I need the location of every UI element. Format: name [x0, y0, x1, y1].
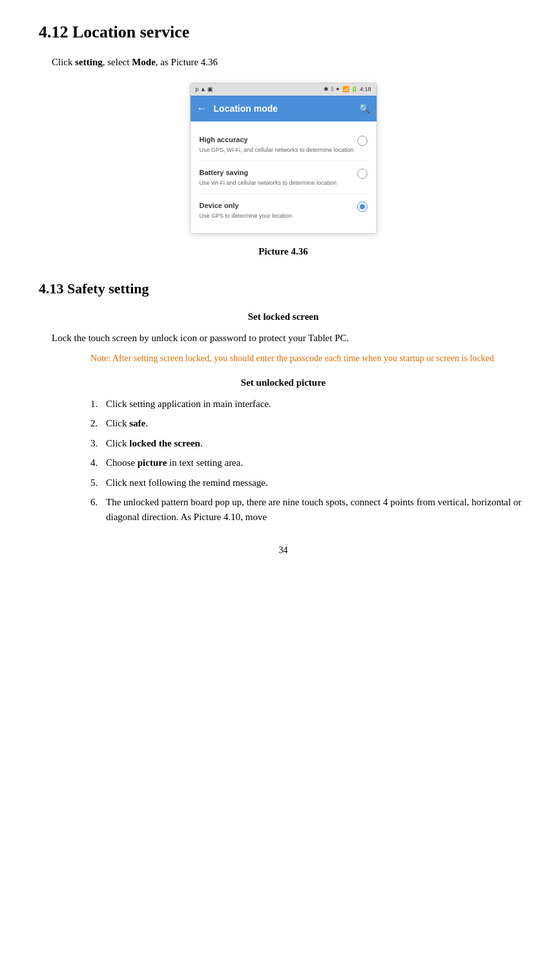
intro-bold1: setting	[75, 57, 103, 67]
status-bar-left: p ▲ ▣	[196, 85, 214, 94]
location-option-high-accuracy[interactable]: High accuracy Use GPS, Wi-Fi, and cellul…	[200, 128, 368, 161]
option-name-device-only: Device only	[200, 200, 357, 211]
list-content-3: Click locked the screen.	[106, 436, 528, 451]
phone-mockup-wrapper: p ▲ ▣ ✱ ᛒ ✦ 📶 🔋 4:18 ← Location mode 🔍 H…	[39, 83, 528, 234]
option-name-battery-saving: Battery saving	[200, 167, 357, 178]
page-number: 34	[39, 543, 528, 557]
bold-picture: picture	[138, 457, 167, 468]
radio-device-only[interactable]	[357, 202, 368, 212]
intro-text-mid: , select	[103, 57, 132, 67]
option-text-device-only: Device only Use GPS to determine your lo…	[200, 200, 357, 220]
phone-status-bar: p ▲ ▣ ✱ ᛒ ✦ 📶 🔋 4:18	[191, 83, 377, 96]
bold-safe: safe	[129, 418, 145, 428]
list-item-6: 6. The unlocked pattern board pop up, th…	[90, 495, 528, 524]
picture-caption: Picture 4.36	[39, 244, 528, 259]
note-text: Note: After setting screen locked, you s…	[90, 351, 528, 365]
option-desc-high-accuracy: Use GPS, Wi-Fi, and cellular networks to…	[200, 147, 357, 154]
list-num-3: 3.	[90, 436, 106, 451]
search-icon[interactable]: 🔍	[359, 102, 370, 116]
phone-toolbar: ← Location mode 🔍	[191, 96, 377, 121]
section-412-title: 4.12 Location service	[39, 19, 528, 45]
phone-mockup: p ▲ ▣ ✱ ᛒ ✦ 📶 🔋 4:18 ← Location mode 🔍 H…	[190, 83, 377, 234]
list-num-1: 1.	[90, 397, 106, 412]
option-text-high-accuracy: High accuracy Use GPS, Wi-Fi, and cellul…	[200, 134, 357, 154]
subsection-set-unlocked: Set unlocked picture	[39, 375, 528, 390]
option-name-high-accuracy: High accuracy	[200, 134, 357, 145]
option-text-battery-saving: Battery saving Use Wi-Fi and cellular ne…	[200, 167, 357, 187]
status-bar-right: ✱ ᛒ ✦ 📶 🔋 4:18	[324, 85, 371, 94]
list-item-4: 4. Choose picture in text setting area.	[90, 456, 528, 470]
option-desc-battery-saving: Use Wi-Fi and cellular networks to deter…	[200, 180, 357, 187]
list-content-2: Click safe.	[106, 416, 528, 431]
intro-paragraph: Click setting, select Mode, as Picture 4…	[52, 55, 528, 70]
status-icons: ✱ ᛒ ✦ 📶 🔋 4:18	[324, 85, 371, 94]
radio-battery-saving[interactable]	[357, 169, 368, 179]
list-item-2: 2. Click safe.	[90, 416, 528, 431]
list-num-4: 4.	[90, 456, 106, 470]
subsection-set-locked: Set locked screen	[39, 309, 528, 324]
intro-bold2: Mode	[132, 57, 156, 67]
intro-text-end: , as Picture 4.36	[156, 57, 218, 67]
section-413-title: 4.13 Safety setting	[39, 278, 528, 299]
bold-locked-screen: locked the screen	[129, 438, 200, 448]
instructions-list: 1. Click setting application in main int…	[90, 397, 528, 525]
list-content-5: Click next following the remind message.	[106, 476, 528, 490]
option-desc-device-only: Use GPS to determine your location	[200, 213, 357, 220]
list-item-1: 1. Click setting application in main int…	[90, 397, 528, 412]
list-item-5: 5. Click next following the remind messa…	[90, 476, 528, 490]
list-item-3: 3. Click locked the screen.	[90, 436, 528, 451]
body-text-lock: Lock the touch screen by unlock icon or …	[52, 331, 528, 346]
list-num-2: 2.	[90, 416, 106, 431]
back-icon[interactable]: ←	[197, 101, 207, 116]
location-option-battery-saving[interactable]: Battery saving Use Wi-Fi and cellular ne…	[200, 161, 368, 194]
phone-body: High accuracy Use GPS, Wi-Fi, and cellul…	[191, 121, 377, 233]
list-num-6: 6.	[90, 495, 106, 510]
list-content-4: Choose picture in text setting area.	[106, 456, 528, 470]
toolbar-title: Location mode	[214, 102, 359, 116]
list-content-1: Click setting application in main interf…	[106, 397, 528, 412]
intro-text-before: Click	[52, 57, 75, 67]
location-option-device-only[interactable]: Device only Use GPS to determine your lo…	[200, 194, 368, 226]
list-num-5: 5.	[90, 476, 106, 490]
radio-high-accuracy[interactable]	[357, 136, 368, 146]
list-content-6: The unlocked pattern board pop up, there…	[106, 495, 528, 524]
